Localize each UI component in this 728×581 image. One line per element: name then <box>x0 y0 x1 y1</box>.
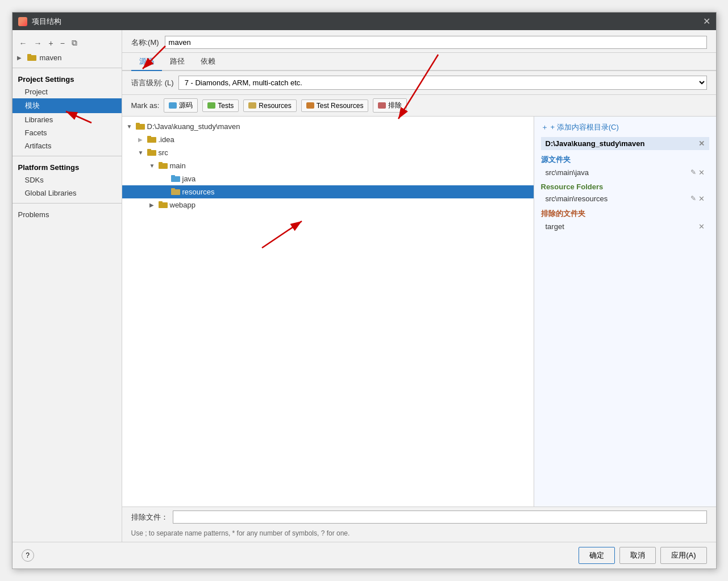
split-panel: ▼ D:\Java\kuang_study\maven <box>122 117 716 507</box>
src-chevron-icon: ▼ <box>138 150 145 156</box>
svg-rect-13 <box>171 188 175 190</box>
resources-folder-icon <box>171 187 180 197</box>
main-chevron-icon: ▼ <box>149 163 156 169</box>
name-label: 名称:(M) <box>131 38 159 48</box>
svg-rect-9 <box>159 162 163 164</box>
cancel-button[interactable]: 取消 <box>619 547 656 564</box>
sidebar-item-problems[interactable]: Problems <box>13 207 122 222</box>
exclusion-label: 排除文件： <box>131 512 168 522</box>
mark-tests-button[interactable]: Tests <box>202 99 239 112</box>
tree-main[interactable]: ▼ main <box>122 159 534 172</box>
info-panel: ＋ + 添加内容根目录(C) D:\Java\kuang_study\maven… <box>534 117 716 507</box>
mark-excluded-button[interactable]: 排除 <box>373 98 407 113</box>
tabs: 源码 路径 依赖 <box>122 53 716 71</box>
resources-folder-name: resources <box>182 188 215 196</box>
sidebar-item-modules[interactable]: 模块 <box>13 98 122 113</box>
tree-idea[interactable]: ▶ .idea <box>122 133 534 146</box>
exclusion-row: 排除文件： <box>122 507 716 527</box>
sidebar-item-global-libraries[interactable]: Global Libraries <box>13 186 122 200</box>
project-settings-label: Project Settings <box>13 72 122 85</box>
edit-source-path-button[interactable]: ✎ <box>690 168 696 177</box>
title-bar: 项目结构 ✕ <box>13 13 716 30</box>
tab-paths[interactable]: 路径 <box>162 53 193 71</box>
mark-as-row: Mark as: 源码 Tests Resources <box>122 95 716 117</box>
info-root-path: D:\Java\kuang_study\maven ✕ <box>541 137 709 150</box>
svg-rect-1 <box>27 54 31 56</box>
java-folder-name: java <box>182 175 196 183</box>
content-area: 名称:(M) 源码 路径 依赖 语言级别: <box>122 30 716 542</box>
sources-mark-icon <box>169 102 177 109</box>
resources-mark-icon <box>248 102 256 109</box>
lang-level-row: 语言级别: (L) 7 - Diamonds, ARM, multi-catch… <box>122 71 716 95</box>
copy-module-button[interactable]: ⧉ <box>69 37 80 49</box>
window-title: 项目结构 <box>32 16 698 27</box>
test-resources-mark-icon <box>306 102 314 109</box>
close-button[interactable]: ✕ <box>703 16 710 27</box>
tab-sources[interactable]: 源码 <box>131 53 162 71</box>
app-icon <box>18 17 27 26</box>
nav-back-button[interactable]: ← <box>17 38 30 49</box>
folder-icon <box>27 53 36 63</box>
remove-resource-path-button[interactable]: ✕ <box>698 194 705 203</box>
webapp-chevron-icon: ▶ <box>149 202 156 209</box>
sidebar-item-artifacts[interactable]: Artifacts <box>13 139 122 152</box>
exclusion-input[interactable] <box>173 511 707 524</box>
idea-chevron-icon: ▶ <box>138 136 145 143</box>
remove-excluded-path-button[interactable]: ✕ <box>698 222 705 231</box>
lang-level-select[interactable]: 7 - Diamonds, ARM, multi-catch etc. <box>178 76 707 90</box>
source-folders-label: 源文件夹 <box>541 155 709 165</box>
resource-path-item: src\main\resources ✎ ✕ <box>541 193 709 204</box>
excluded-mark-icon <box>378 102 386 109</box>
mark-as-label: Mark as: <box>131 101 160 110</box>
platform-settings-label: Platform Settings <box>13 160 122 173</box>
sidebar-divider <box>13 68 122 68</box>
tree-src[interactable]: ▼ src <box>122 146 534 159</box>
file-tree: ▼ D:\Java\kuang_study\maven <box>122 117 534 215</box>
remove-root-button[interactable]: ✕ <box>698 139 705 148</box>
tests-mark-icon <box>207 102 215 109</box>
platform-divider <box>13 156 122 156</box>
remove-source-path-button[interactable]: ✕ <box>698 168 705 177</box>
remove-module-button[interactable]: − <box>58 38 67 49</box>
mark-resources-button[interactable]: Resources <box>243 99 296 112</box>
source-path-actions: ✎ ✕ <box>690 168 705 177</box>
help-button[interactable]: ? <box>22 549 34 562</box>
name-row: 名称:(M) <box>122 30 716 53</box>
add-module-button[interactable]: + <box>47 38 56 49</box>
sidebar-item-facets[interactable]: Facets <box>13 126 122 139</box>
excluded-folders-label: 排除的文件夹 <box>541 209 709 219</box>
name-input[interactable] <box>165 36 707 49</box>
main-folder-name: main <box>170 161 186 170</box>
sidebar-item-sdks[interactable]: SDKs <box>13 173 122 186</box>
mark-test-resources-button[interactable]: Test Resources <box>301 99 369 112</box>
sidebar-item-libraries[interactable]: Libraries <box>13 113 122 126</box>
resource-folders-label: Resource Folders <box>541 182 709 191</box>
edit-resource-path-button[interactable]: ✎ <box>690 194 696 203</box>
root-folder-icon <box>136 122 145 131</box>
sidebar: ← → + − ⧉ ▶ maven <box>13 30 122 542</box>
chevron-right-icon: ▶ <box>17 55 24 61</box>
tree-root[interactable]: ▼ D:\Java\kuang_study\maven <box>122 120 534 133</box>
tree-resources[interactable]: ▶ resources <box>122 185 534 198</box>
exclusion-hint: Use ; to separate name patterns, * for a… <box>122 527 716 542</box>
sidebar-module-maven[interactable]: ▶ maven <box>13 51 122 64</box>
nav-forward-button[interactable]: → <box>32 38 44 49</box>
sidebar-nav: ← → + − ⧉ <box>13 35 122 51</box>
root-path: D:\Java\kuang_study\maven <box>147 122 240 131</box>
svg-rect-11 <box>171 175 175 177</box>
apply-button[interactable]: 应用(A) <box>660 547 706 564</box>
tree-webapp[interactable]: ▶ webapp <box>122 198 534 211</box>
tab-deps[interactable]: 依赖 <box>193 53 223 71</box>
ok-button[interactable]: 确定 <box>579 547 615 564</box>
add-content-root-button[interactable]: ＋ + 添加内容根目录(C) <box>541 122 709 132</box>
mark-sources-button[interactable]: 源码 <box>164 98 198 113</box>
problems-divider <box>13 203 122 204</box>
excluded-path-actions: ✕ <box>698 222 705 231</box>
webapp-folder-icon <box>159 200 168 210</box>
chevron-down-icon: ▼ <box>127 123 134 130</box>
idea-folder-name: .idea <box>159 135 174 144</box>
svg-rect-7 <box>147 149 151 151</box>
tree-java[interactable]: ▶ java <box>122 172 534 185</box>
sidebar-item-project[interactable]: Project <box>13 85 122 98</box>
dialog-footer: ? 确定 取消 应用(A) <box>13 542 716 568</box>
